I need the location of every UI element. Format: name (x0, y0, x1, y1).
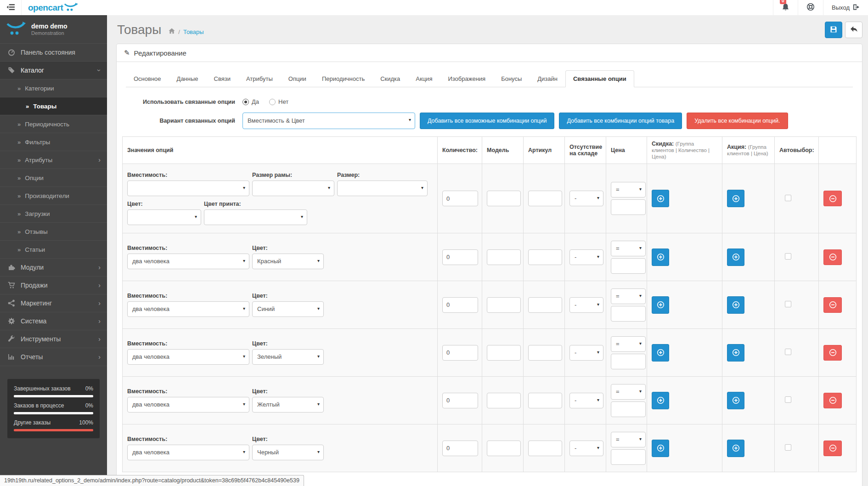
tab-design[interactable]: Дизайн (530, 70, 565, 87)
sidebar-item-manufacturers[interactable]: »Производители (0, 187, 107, 205)
quantity-input[interactable] (442, 297, 478, 313)
add-discount-button[interactable] (652, 190, 669, 207)
sidebar-item-sales[interactable]: Продажи› (0, 277, 107, 294)
radio-no[interactable]: Нет (269, 98, 288, 105)
option-value-select[interactable]: Красный▾ (252, 254, 324, 269)
help-button[interactable] (798, 0, 823, 15)
price-input[interactable] (611, 449, 646, 465)
sidebar-item-catalog[interactable]: Каталог› (0, 62, 107, 79)
price-operator-select[interactable]: =▾ (611, 432, 646, 447)
delete-row-button[interactable] (823, 345, 842, 361)
add-special-button[interactable] (727, 392, 744, 409)
delete-row-button[interactable] (823, 249, 842, 265)
tab-attributes[interactable]: Атрибуты (238, 70, 281, 87)
price-input[interactable] (611, 258, 646, 274)
option-value-select[interactable]: два человека▾ (127, 445, 249, 460)
autoselect-checkbox[interactable] (785, 195, 791, 201)
sidebar-item-filters[interactable]: »Фильтры (0, 133, 107, 151)
add-special-button[interactable] (727, 249, 744, 266)
sidebar-item-reports[interactable]: Отчеты› (0, 348, 107, 366)
tab-options[interactable]: Опции (281, 70, 314, 87)
add-all-possible-combinations-button[interactable]: Добавить все возможные комбинации опций (420, 113, 554, 129)
price-operator-select[interactable]: =▾ (611, 336, 646, 352)
add-discount-button[interactable] (652, 344, 669, 362)
quantity-input[interactable] (442, 393, 478, 408)
sku-input[interactable] (528, 441, 562, 456)
variant-select[interactable]: Вместимость & Цвет ▾ (242, 113, 415, 129)
quantity-input[interactable] (442, 191, 478, 206)
add-discount-button[interactable] (652, 249, 669, 266)
sidebar-item-recurring[interactable]: »Периодичность (0, 115, 107, 133)
sidebar-item-tools[interactable]: Инструменты› (0, 330, 107, 348)
sidebar-item-dashboard[interactable]: Панель состояния (0, 44, 107, 62)
tab-images[interactable]: Изображения (440, 70, 493, 87)
tab-related-options[interactable]: Связанные опции (565, 70, 634, 87)
add-special-button[interactable] (727, 296, 744, 314)
quantity-input[interactable] (442, 441, 478, 456)
tab-discount[interactable]: Скидка (372, 70, 408, 87)
radio-yes[interactable]: Да (242, 98, 259, 105)
stock-select[interactable]: -▾ (569, 345, 603, 361)
sku-input[interactable] (528, 297, 562, 313)
menu-toggle-button[interactable] (0, 0, 22, 15)
sidebar-item-modules[interactable]: Модули› (0, 259, 107, 277)
sku-input[interactable] (528, 249, 562, 265)
price-operator-select[interactable]: =▾ (611, 384, 646, 400)
tab-rewards[interactable]: Бонусы (493, 70, 530, 87)
stock-select[interactable]: -▾ (569, 297, 603, 313)
tab-data[interactable]: Данные (169, 70, 206, 87)
model-input[interactable] (487, 249, 521, 265)
logout-button[interactable]: Выход (823, 0, 868, 15)
delete-all-combinations-button[interactable]: Удалить все комбинации опций. (687, 113, 788, 129)
model-input[interactable] (487, 393, 521, 408)
add-discount-button[interactable] (652, 296, 669, 314)
model-input[interactable] (487, 345, 521, 361)
stock-select[interactable]: -▾ (569, 441, 603, 456)
price-operator-select[interactable]: =▾ (611, 288, 646, 304)
sku-input[interactable] (528, 345, 562, 361)
add-discount-button[interactable] (652, 440, 669, 457)
back-button[interactable] (845, 22, 862, 38)
add-discount-button[interactable] (652, 392, 669, 409)
tab-recurring[interactable]: Периодичность (314, 70, 372, 87)
option-value-select[interactable]: два человека▾ (127, 254, 249, 269)
tab-special[interactable]: Акция (408, 70, 440, 87)
sidebar-item-system[interactable]: Система› (0, 312, 107, 330)
sidebar-item-articles[interactable]: »Статьи (0, 241, 107, 259)
save-button[interactable] (825, 22, 842, 38)
add-special-button[interactable] (727, 440, 744, 457)
sidebar-item-options[interactable]: »Опции (0, 169, 107, 187)
add-product-combinations-button[interactable]: Добавить все комбинации опций товара (559, 113, 682, 129)
model-input[interactable] (487, 297, 521, 313)
option-value-select[interactable]: Синий▾ (252, 301, 324, 317)
sidebar-item-marketing[interactable]: Маркетинг› (0, 294, 107, 312)
sku-input[interactable] (528, 393, 562, 408)
sidebar-item-attributes[interactable]: »Атрибуты› (0, 151, 107, 169)
price-input[interactable] (611, 199, 646, 215)
option-value-select[interactable]: ▾ (252, 181, 334, 196)
sidebar-item-downloads[interactable]: »Загрузки (0, 205, 107, 223)
price-operator-select[interactable]: =▾ (611, 182, 646, 198)
option-value-select[interactable]: Черный▾ (252, 445, 324, 460)
option-value-select[interactable]: Желтый▾ (252, 397, 324, 413)
tab-general[interactable]: Основное (126, 70, 169, 87)
sidebar-item-products[interactable]: »Товары (0, 97, 107, 115)
option-value-select[interactable]: ▾ (127, 181, 249, 196)
option-value-select[interactable]: ▾ (337, 181, 428, 196)
tab-links[interactable]: Связи (206, 70, 238, 87)
delete-row-button[interactable] (823, 393, 842, 408)
stock-select[interactable]: -▾ (569, 191, 603, 206)
model-input[interactable] (487, 441, 521, 456)
opencart-logo[interactable]: opencart (22, 2, 85, 13)
stock-select[interactable]: -▾ (569, 249, 603, 265)
option-value-select[interactable]: два человека▾ (127, 397, 249, 413)
option-value-select[interactable]: два человека▾ (127, 301, 249, 317)
stock-select[interactable]: -▾ (569, 393, 603, 408)
delete-row-button[interactable] (823, 441, 842, 456)
option-value-select[interactable]: Зеленый▾ (252, 349, 324, 365)
option-value-select[interactable]: два человека▾ (127, 349, 249, 365)
breadcrumb-link-products[interactable]: Товары (183, 28, 204, 35)
autoselect-checkbox[interactable] (785, 444, 791, 451)
delete-row-button[interactable] (823, 191, 842, 206)
autoselect-checkbox[interactable] (785, 396, 791, 403)
